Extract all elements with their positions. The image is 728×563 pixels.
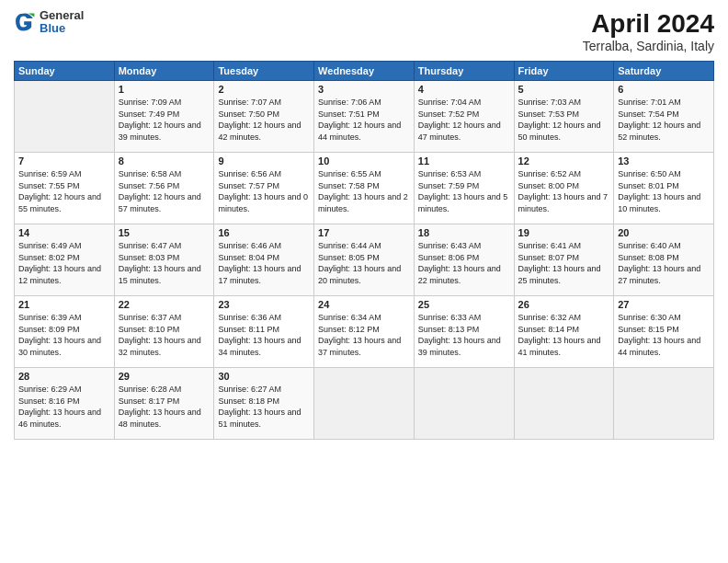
day-number: 13 [618,155,710,167]
logo: General Blue [14,9,84,36]
cell-details: Sunrise: 7:06 AMSunset: 7:51 PMDaylight:… [318,97,410,143]
calendar-cell: 15Sunrise: 6:47 AMSunset: 8:03 PMDayligh… [114,224,214,296]
day-number: 22 [119,299,210,310]
cell-details: Sunrise: 7:01 AMSunset: 7:54 PMDaylight:… [618,97,710,143]
cell-details: Sunrise: 6:37 AMSunset: 8:10 PMDaylight:… [119,312,210,358]
day-number: 28 [18,371,110,382]
day-number: 2 [218,84,310,95]
day-number: 30 [218,371,310,382]
calendar-cell: 25Sunrise: 6:33 AMSunset: 8:13 PMDayligh… [414,296,514,368]
day-number: 17 [318,227,410,238]
day-number: 4 [418,84,510,95]
cell-details: Sunrise: 6:30 AMSunset: 8:15 PMDaylight:… [618,312,710,358]
calendar-cell: 24Sunrise: 6:34 AMSunset: 8:12 PMDayligh… [314,296,415,368]
cell-details: Sunrise: 7:03 AMSunset: 7:53 PMDaylight:… [518,97,610,143]
calendar-cell: 2Sunrise: 7:07 AMSunset: 7:50 PMDaylight… [214,81,314,153]
day-number: 21 [18,299,110,310]
calendar-cell: 11Sunrise: 6:53 AMSunset: 7:59 PMDayligh… [414,153,514,224]
calendar-cell: 4Sunrise: 7:04 AMSunset: 7:52 PMDaylight… [414,81,514,153]
day-number: 12 [518,155,610,167]
cell-details: Sunrise: 6:32 AMSunset: 8:14 PMDaylight:… [518,312,610,358]
cell-details: Sunrise: 6:58 AMSunset: 7:56 PMDaylight:… [119,168,210,214]
weekday-header-friday: Friday [514,62,614,81]
day-number: 9 [218,155,310,167]
logo-blue: Blue [40,22,84,35]
cell-details: Sunrise: 7:07 AMSunset: 7:50 PMDaylight:… [218,97,310,143]
calendar-cell: 27Sunrise: 6:30 AMSunset: 8:15 PMDayligh… [614,296,714,368]
day-number: 18 [418,227,510,238]
week-row-2: 7Sunrise: 6:59 AMSunset: 7:55 PMDaylight… [15,153,714,224]
week-row-4: 21Sunrise: 6:39 AMSunset: 8:09 PMDayligh… [15,296,714,368]
cell-details: Sunrise: 6:34 AMSunset: 8:12 PMDaylight:… [318,312,410,358]
cell-details: Sunrise: 6:41 AMSunset: 8:07 PMDaylight:… [518,240,610,286]
cell-details: Sunrise: 6:28 AMSunset: 8:17 PMDaylight:… [119,384,210,430]
cell-details: Sunrise: 6:36 AMSunset: 8:11 PMDaylight:… [218,312,310,358]
calendar-cell: 21Sunrise: 6:39 AMSunset: 8:09 PMDayligh… [15,296,115,368]
weekday-header-monday: Monday [114,62,214,81]
day-number: 14 [18,227,110,238]
calendar-title: April 2024 [583,9,714,39]
week-row-1: 1Sunrise: 7:09 AMSunset: 7:49 PMDaylight… [15,81,714,153]
day-number: 29 [119,371,210,382]
day-number: 15 [119,227,210,238]
calendar-cell: 6Sunrise: 7:01 AMSunset: 7:54 PMDaylight… [614,81,714,153]
day-number: 20 [618,227,710,238]
calendar-cell [314,368,415,440]
week-row-3: 14Sunrise: 6:49 AMSunset: 8:02 PMDayligh… [15,224,714,296]
cell-details: Sunrise: 6:43 AMSunset: 8:06 PMDaylight:… [418,240,510,286]
calendar-cell: 28Sunrise: 6:29 AMSunset: 8:16 PMDayligh… [15,368,115,440]
calendar-cell: 30Sunrise: 6:27 AMSunset: 8:18 PMDayligh… [214,368,314,440]
calendar-cell: 16Sunrise: 6:46 AMSunset: 8:04 PMDayligh… [214,224,314,296]
day-number: 8 [119,155,210,167]
day-number: 24 [318,299,410,310]
day-number: 11 [418,155,510,167]
calendar-cell: 20Sunrise: 6:40 AMSunset: 8:08 PMDayligh… [614,224,714,296]
calendar-table: SundayMondayTuesdayWednesdayThursdayFrid… [14,61,714,440]
calendar-cell: 26Sunrise: 6:32 AMSunset: 8:14 PMDayligh… [514,296,614,368]
cell-details: Sunrise: 6:40 AMSunset: 8:08 PMDaylight:… [618,240,710,286]
cell-details: Sunrise: 6:39 AMSunset: 8:09 PMDaylight:… [18,312,110,358]
calendar-cell: 29Sunrise: 6:28 AMSunset: 8:17 PMDayligh… [114,368,214,440]
cell-details: Sunrise: 6:59 AMSunset: 7:55 PMDaylight:… [18,168,110,214]
calendar-cell: 13Sunrise: 6:50 AMSunset: 8:01 PMDayligh… [614,153,714,224]
cell-details: Sunrise: 6:56 AMSunset: 7:57 PMDaylight:… [218,168,310,214]
calendar-cell [414,368,514,440]
day-number: 6 [618,84,710,95]
calendar-cell [514,368,614,440]
cell-details: Sunrise: 6:44 AMSunset: 8:05 PMDaylight:… [318,240,410,286]
cell-details: Sunrise: 7:09 AMSunset: 7:49 PMDaylight:… [119,97,210,143]
calendar-cell [15,81,115,153]
calendar-cell: 18Sunrise: 6:43 AMSunset: 8:06 PMDayligh… [414,224,514,296]
cell-details: Sunrise: 6:52 AMSunset: 8:00 PMDaylight:… [518,168,610,214]
cell-details: Sunrise: 6:53 AMSunset: 7:59 PMDaylight:… [418,168,510,214]
calendar-cell: 14Sunrise: 6:49 AMSunset: 8:02 PMDayligh… [15,224,115,296]
day-number: 7 [18,155,110,167]
calendar-cell: 8Sunrise: 6:58 AMSunset: 7:56 PMDaylight… [114,153,214,224]
header: General Blue April 2024 Terralba, Sardin… [14,9,714,53]
logo-general: General [40,9,84,22]
calendar-cell: 22Sunrise: 6:37 AMSunset: 8:10 PMDayligh… [114,296,214,368]
calendar-cell: 5Sunrise: 7:03 AMSunset: 7:53 PMDaylight… [514,81,614,153]
day-number: 19 [518,227,610,238]
weekday-header-thursday: Thursday [414,62,514,81]
calendar-cell: 3Sunrise: 7:06 AMSunset: 7:51 PMDaylight… [314,81,415,153]
cell-details: Sunrise: 6:50 AMSunset: 8:01 PMDaylight:… [618,168,710,214]
weekday-header-wednesday: Wednesday [314,62,415,81]
day-number: 1 [119,84,210,95]
cell-details: Sunrise: 6:49 AMSunset: 8:02 PMDaylight:… [18,240,110,286]
calendar-cell: 7Sunrise: 6:59 AMSunset: 7:55 PMDaylight… [15,153,115,224]
cell-details: Sunrise: 6:27 AMSunset: 8:18 PMDaylight:… [218,384,310,430]
weekday-header-tuesday: Tuesday [214,62,314,81]
calendar-cell: 12Sunrise: 6:52 AMSunset: 8:00 PMDayligh… [514,153,614,224]
day-number: 3 [318,84,410,95]
cell-details: Sunrise: 6:33 AMSunset: 8:13 PMDaylight:… [418,312,510,358]
calendar-cell: 10Sunrise: 6:55 AMSunset: 7:58 PMDayligh… [314,153,415,224]
day-number: 26 [518,299,610,310]
cell-details: Sunrise: 6:46 AMSunset: 8:04 PMDaylight:… [218,240,310,286]
logo-text: General Blue [40,9,84,36]
weekday-header-sunday: Sunday [15,62,115,81]
calendar-cell: 17Sunrise: 6:44 AMSunset: 8:05 PMDayligh… [314,224,415,296]
calendar-subtitle: Terralba, Sardinia, Italy [583,39,714,53]
calendar-cell: 23Sunrise: 6:36 AMSunset: 8:11 PMDayligh… [214,296,314,368]
weekday-header-row: SundayMondayTuesdayWednesdayThursdayFrid… [15,62,714,81]
